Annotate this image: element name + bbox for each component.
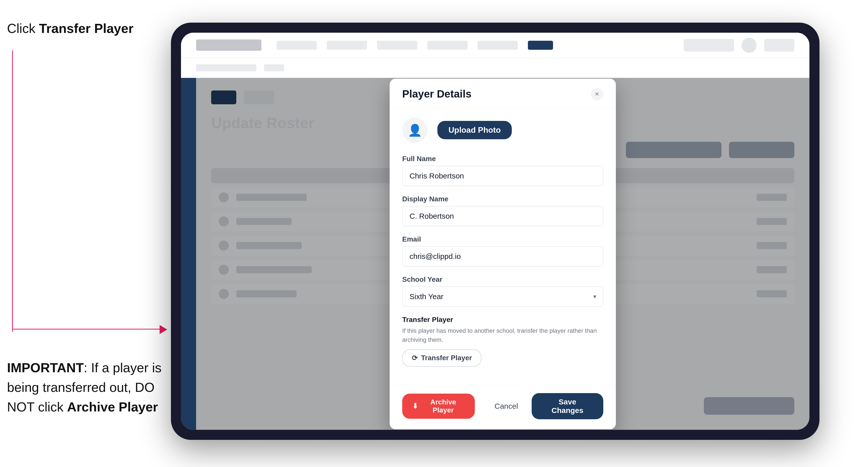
nav-item-teams[interactable] [327, 41, 367, 50]
upload-photo-button[interactable]: Upload Photo [437, 121, 512, 139]
transfer-section-description: If this player has moved to another scho… [402, 326, 603, 344]
arrow-head [160, 325, 167, 334]
breadcrumb-item-1 [196, 64, 256, 71]
transfer-player-label: Transfer Player [421, 354, 472, 362]
main-content: Update Roster [196, 78, 809, 430]
close-icon: × [595, 90, 599, 98]
save-changes-button[interactable]: Save Changes [532, 393, 603, 419]
instruction-archive-bold: Archive Player [67, 400, 158, 414]
instruction-important: IMPORTANT [7, 361, 84, 375]
nav-items [277, 41, 669, 50]
app-header [181, 33, 809, 58]
school-year-label: School Year [402, 276, 603, 283]
archive-player-button[interactable]: ⬇ Archive Player [402, 394, 475, 419]
instruction-bold: Transfer Player [39, 21, 133, 36]
display-name-group: Display Name [402, 195, 603, 226]
instruction-prefix: Click [7, 21, 39, 36]
transfer-icon: ⟳ [412, 354, 417, 362]
email-group: Email [402, 235, 603, 267]
full-name-label: Full Name [402, 155, 603, 163]
cancel-button[interactable]: Cancel [487, 397, 525, 415]
transfer-section-title: Transfer Player [402, 316, 603, 324]
archive-icon: ⬇ [412, 402, 418, 410]
content-area: Update Roster [181, 78, 809, 430]
nav-item-roster[interactable] [427, 41, 468, 50]
transfer-section: Transfer Player If this player has moved… [402, 316, 603, 367]
arrow-line-horizontal [12, 329, 163, 330]
arrow-line-vertical [12, 50, 13, 332]
full-name-group: Full Name [402, 155, 603, 186]
school-year-select-wrapper: Sixth Year First Year Second Year Third … [402, 286, 603, 307]
header-avatar [742, 38, 757, 53]
photo-row: 👤 Upload Photo [402, 118, 603, 143]
modal-body: 👤 Upload Photo Full Name [390, 107, 616, 386]
transfer-player-button[interactable]: ⟳ Transfer Player [402, 349, 482, 367]
app-logo [196, 39, 261, 51]
school-year-group: School Year Sixth Year First Year Second… [402, 276, 603, 307]
user-icon: 👤 [408, 123, 422, 137]
modal-title: Player Details [402, 88, 472, 100]
instruction-bottom: IMPORTANT: If a player is being transfer… [7, 358, 163, 417]
tablet-device: Update Roster [171, 23, 819, 440]
modal-footer: ⬇ Archive Player Cancel Save Changes [390, 386, 616, 429]
breadcrumb-separator [264, 64, 284, 71]
header-button[interactable] [684, 39, 734, 52]
sidebar [181, 78, 196, 430]
instruction-top: Click Transfer Player [7, 20, 133, 37]
archive-btn-label: Archive Player [422, 398, 465, 414]
player-details-modal: Player Details × 👤 [390, 79, 616, 429]
school-year-select[interactable]: Sixth Year First Year Second Year Third … [402, 286, 603, 307]
email-input[interactable] [402, 246, 603, 267]
nav-item-stats[interactable] [477, 41, 518, 50]
nav-item-more[interactable] [528, 41, 553, 50]
display-name-input[interactable] [402, 206, 603, 226]
modal-close-button[interactable]: × [591, 88, 603, 100]
display-name-label: Display Name [402, 195, 603, 203]
nav-item-dashboard[interactable] [277, 41, 317, 50]
modal-header: Player Details × [390, 79, 616, 107]
nav-item-schedule[interactable] [377, 41, 417, 50]
sub-header [181, 58, 809, 78]
avatar-circle: 👤 [402, 118, 427, 143]
full-name-input[interactable] [402, 166, 603, 186]
tablet-screen: Update Roster [181, 33, 809, 430]
email-label: Email [402, 235, 603, 243]
modal-overlay: Player Details × 👤 [196, 78, 809, 430]
header-button-2[interactable] [764, 39, 794, 52]
header-right [684, 38, 794, 53]
